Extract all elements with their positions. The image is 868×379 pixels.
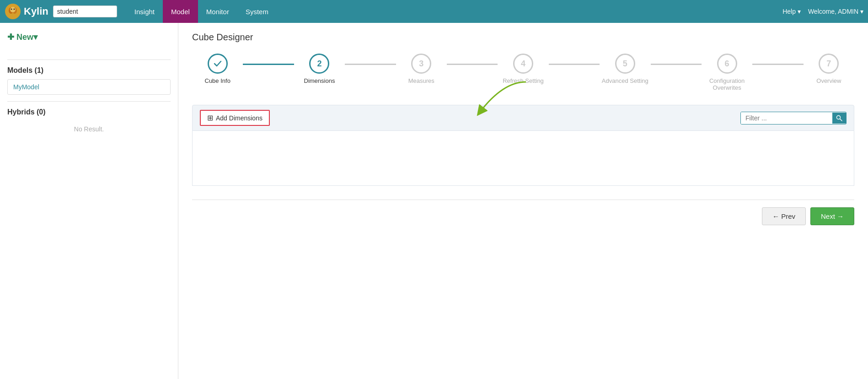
step-3-circle: 3 [411, 54, 431, 74]
dimensions-icon: ⊞ [207, 114, 213, 122]
add-dimensions-button[interactable]: ⊞ Add Dimensions [200, 110, 270, 126]
no-result-label: No Result. [7, 125, 171, 133]
user-menu[interactable]: Welcome, ADMIN ▾ [808, 8, 863, 15]
nav-right: Help ▾ Welcome, ADMIN ▾ [782, 8, 863, 15]
svg-point-5 [14, 9, 15, 10]
help-menu[interactable]: Help ▾ [782, 8, 801, 15]
prev-button[interactable]: ← Prev [762, 207, 806, 225]
nav-insight[interactable]: Insight [126, 0, 163, 23]
connector-1-2 [243, 64, 294, 65]
next-button[interactable]: Next → [810, 207, 854, 225]
main-content: Cube Designer Cube Info 2 Dimensions [178, 23, 868, 379]
svg-point-3 [10, 7, 16, 12]
connector-5-6 [651, 64, 702, 65]
project-selector[interactable]: student [53, 5, 117, 17]
filter-input-wrap [740, 112, 847, 125]
svg-point-4 [11, 9, 12, 10]
step-1[interactable]: Cube Info [192, 54, 243, 84]
models-section-title: Models (1) [7, 66, 171, 75]
page-layout: ✚ New▾ Models (1) MyModel Hybrids (0) No… [0, 23, 868, 379]
sidebar-divider-2 [7, 101, 171, 102]
step-1-circle [208, 54, 228, 74]
dimensions-content-area [192, 131, 854, 186]
filter-search-button[interactable] [832, 113, 846, 124]
step-6[interactable]: 6 ConfigurationOverwrites [702, 54, 752, 91]
sidebar-divider-1 [7, 60, 171, 60]
step-4-circle: 4 [513, 54, 533, 74]
connector-4-5 [549, 64, 600, 65]
step-6-label: ConfigurationOverwrites [709, 77, 745, 91]
connector-6-7 [752, 64, 803, 65]
project-select[interactable]: student [53, 5, 117, 17]
step-7[interactable]: 7 Overview [804, 54, 854, 84]
toolbar-wrapper: ⊞ Add Dimensions [192, 105, 854, 131]
step-2[interactable]: 2 Dimensions [294, 54, 345, 84]
top-navigation: Kylin student Insight Model Monitor Syst… [0, 0, 868, 23]
step-6-circle: 6 [717, 54, 737, 74]
nav-monitor[interactable]: Monitor [198, 0, 237, 23]
brand-logo[interactable]: Kylin [5, 3, 48, 20]
step-5-circle: 5 [615, 54, 635, 74]
step-7-label: Overview [816, 77, 841, 84]
dimensions-toolbar: ⊞ Add Dimensions [192, 105, 854, 131]
brand-name: Kylin [24, 5, 48, 17]
nav-system[interactable]: System [237, 0, 277, 23]
sidebar-item-mymodel[interactable]: MyModel [7, 79, 171, 95]
step-4[interactable]: 4 Refresh Setting [498, 54, 548, 84]
nav-model[interactable]: Model [163, 0, 198, 23]
new-button[interactable]: ✚ New▾ [7, 32, 38, 42]
step-2-label: Dimensions [304, 77, 335, 84]
stepper: Cube Info 2 Dimensions 3 Measures 4 Refr… [192, 54, 854, 91]
svg-line-7 [840, 119, 842, 121]
step-5-label: Advanced Setting [602, 77, 648, 84]
hybrids-section-title: Hybrids (0) [7, 108, 171, 116]
step-2-circle: 2 [309, 54, 329, 74]
step-3[interactable]: 3 Measures [396, 54, 447, 84]
step-1-label: Cube Info [205, 77, 230, 84]
step-3-label: Measures [408, 77, 434, 84]
kylin-logo-icon [5, 3, 21, 20]
search-icon [836, 115, 842, 121]
step-4-label: Refresh Setting [503, 77, 544, 84]
nav-menu: Insight Model Monitor System [126, 0, 782, 23]
page-title: Cube Designer [192, 32, 854, 43]
filter-input[interactable] [741, 112, 832, 124]
connector-2-3 [345, 64, 396, 65]
step-5[interactable]: 5 Advanced Setting [600, 54, 650, 84]
step-7-circle: 7 [819, 54, 839, 74]
footer-actions: ← Prev Next → [192, 200, 854, 225]
sidebar: ✚ New▾ Models (1) MyModel Hybrids (0) No… [0, 23, 178, 379]
connector-3-4 [447, 64, 498, 65]
checkmark-icon [213, 59, 223, 69]
